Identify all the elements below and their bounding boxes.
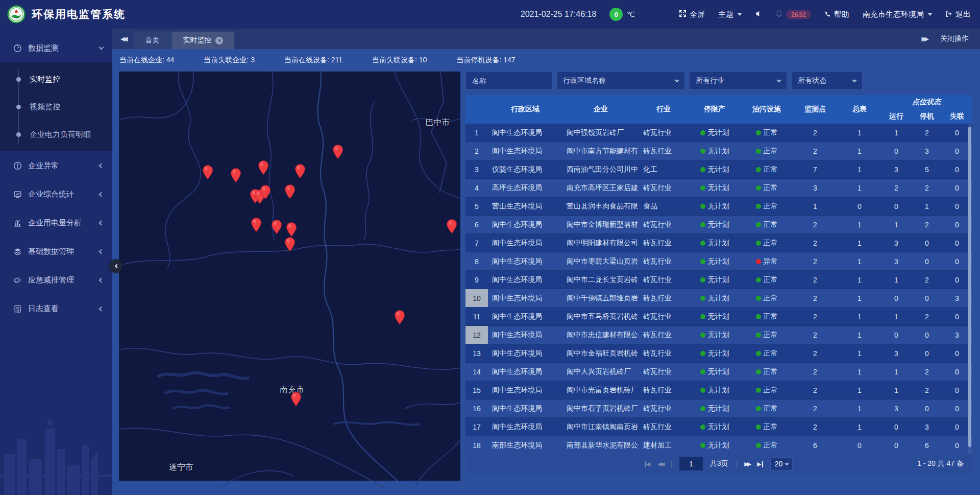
tab-首页[interactable]: 首页 (134, 32, 170, 49)
table-row[interactable]: 3仪陇生态环境局西南油气田分公司川中化工无计划正常71350 (465, 160, 972, 179)
cell-company: 阆中市江南镇阆南页岩 (562, 418, 639, 436)
map-pin[interactable] (260, 185, 271, 202)
table-row[interactable]: 7阆中生态环境局阆中明阳建材有限公司砖瓦行业无计划正常21300 (465, 234, 972, 252)
cell-stop: 0 (912, 344, 942, 362)
map-pin[interactable] (332, 145, 344, 161)
table-row[interactable]: 8阆中生态环境局阆中市枣碧大梁山页岩砖瓦行业无计划异常21300 (465, 252, 972, 271)
user-menu[interactable]: 南充市生态环境局 (863, 10, 932, 19)
pagination-first-button[interactable]: ◀ (645, 461, 650, 467)
tabs-scroll-left-button[interactable]: ◀◀ (112, 29, 134, 49)
cell-stop: 0 (912, 234, 942, 252)
pagination-last-button[interactable]: ▶ (757, 461, 763, 467)
sidebar-item-基础数据管理[interactable]: 基础数据管理 (0, 237, 112, 266)
map-pin[interactable] (284, 184, 296, 201)
status-dot-icon (756, 130, 761, 135)
fullscreen-button[interactable]: 全屏 (679, 10, 705, 19)
map-pin[interactable] (271, 219, 282, 236)
cell-meters: 1 (838, 124, 881, 142)
notification-count-badge: 2632 (786, 10, 811, 19)
cell-points: 2 (792, 418, 838, 436)
log-icon (13, 304, 22, 313)
map-panel[interactable]: 巴中市南充市遂宁市 (119, 72, 460, 481)
page-number-input[interactable]: 1 (679, 457, 703, 470)
logout-button[interactable]: 退出 (945, 10, 971, 19)
table-row[interactable]: 16阆中生态环境局阆中市石子页岩机砖厂砖瓦行业无计划正常21300 (465, 399, 972, 418)
stats-icon (13, 190, 22, 199)
page-size-select[interactable]: 20 (770, 457, 793, 470)
map-pin[interactable] (290, 391, 302, 408)
sidebar-item-应急减排管理[interactable]: 应急减排管理 (0, 266, 112, 294)
cell-index: 2 (465, 142, 488, 160)
sidebar-subitem-实时监控[interactable]: 实时监控 (0, 65, 112, 93)
region-filter-select[interactable]: 行政区域名称 (556, 72, 685, 90)
table-row[interactable]: 12阆中生态环境局阆中市忠信建材有限公砖瓦行业无计划正常21003 (465, 326, 972, 344)
table-row[interactable]: 6阆中生态环境局阆中市金博瑞新型墙材砖瓦行业无计划正常21120 (465, 216, 972, 234)
company-list-panel: 行政区域名称 所有行业 所有状态 行政区域 企业 行业 停限产 治污设施 监测点… (465, 72, 972, 481)
sidebar-item-企业异常[interactable]: 企业异常 (0, 151, 112, 180)
cell-index: 5 (465, 197, 488, 215)
cell-facility: 正常 (741, 326, 792, 344)
map-pin[interactable] (394, 310, 405, 327)
sidebar-item-企业综合统计[interactable]: 企业综合统计 (0, 180, 112, 208)
cell-run: 0 (881, 326, 912, 344)
sidebar-item-数据监测[interactable]: 数据监测 (0, 34, 112, 62)
cell-stop: 2 (912, 271, 942, 289)
sidebar-subitem-视频监控[interactable]: 视频监控 (0, 93, 112, 121)
map-pin[interactable] (295, 163, 306, 180)
status-dot-icon (756, 185, 761, 191)
table-row[interactable]: 5营山生态环境局营山县润丰肉食品有限食品无计划正常10010 (465, 197, 972, 216)
cell-points: 2 (792, 399, 838, 417)
sidebar-subitem-企业电力负荷明细[interactable]: 企业电力负荷明细 (0, 121, 112, 148)
map-pin[interactable] (202, 165, 213, 182)
chevron-down-icon (675, 78, 679, 82)
table-row[interactable]: 13阆中生态环境局阆中市金福旺页岩机砖砖瓦行业无计划正常21300 (465, 344, 972, 363)
table-row[interactable]: 17阆中生态环境局阆中市江南镇阆南页岩砖瓦行业无计划正常21030 (465, 418, 972, 436)
sound-toggle-button[interactable] (755, 10, 762, 19)
map-pin[interactable] (251, 217, 262, 234)
status-filter-select[interactable]: 所有状态 (791, 72, 863, 90)
notifications-button[interactable]: 2632 (775, 10, 811, 19)
map-pin[interactable] (258, 160, 269, 177)
cell-facility: 正常 (741, 216, 792, 233)
industry-filter-select[interactable]: 所有行业 (689, 72, 787, 90)
sidebar-item-企业用电量分析[interactable]: 企业用电量分析 (0, 208, 112, 237)
close-operations-button[interactable]: 关闭操作 (940, 34, 969, 43)
table-row[interactable]: 1阆中生态环境局阆中强锐页岩砖厂砖瓦行业无计划正常21120 (465, 124, 972, 142)
name-filter-input[interactable] (465, 72, 552, 90)
cell-index: 17 (465, 418, 488, 436)
pagination-prev-button[interactable]: ◀◀ (657, 461, 663, 467)
table-row[interactable]: 15阆中生态环境局阆中市光富页岩机砖厂砖瓦行业无计划正常21120 (465, 381, 972, 399)
help-button[interactable]: 帮助 (824, 10, 849, 19)
table-row[interactable]: 2阆中生态环境局阆中市南方节能建材有砖瓦行业无计划正常21030 (465, 142, 972, 160)
map-pin[interactable] (284, 237, 296, 254)
cell-company: 阆中市五马桥页岩机砖 (562, 308, 639, 325)
cell-limit: 无计划 (688, 197, 741, 215)
sidebar-item-label: 基础数据管理 (28, 247, 100, 256)
sidebar-item-日志查看[interactable]: 日志查看 (0, 294, 112, 323)
status-text: 无计划 (708, 128, 729, 137)
status-text: 无计划 (708, 349, 729, 358)
status-text: 正常 (764, 312, 778, 321)
status-dot-icon (700, 259, 705, 264)
cell-company: 南充市高坪区王家店建 (562, 179, 639, 197)
table-row[interactable]: 14阆中生态环境局阆中大兴页岩机砖厂砖瓦行业无计划正常21120 (465, 363, 972, 381)
status-dot-icon (756, 314, 761, 319)
tab-close-icon[interactable]: × (215, 37, 223, 44)
table-row[interactable]: 11阆中生态环境局阆中市五马桥页岩机砖砖瓦行业无计划正常21120 (465, 308, 972, 326)
status-dot-icon (756, 388, 761, 393)
tabs-scroll-right-button[interactable]: ▶▶ (922, 35, 927, 42)
table-row[interactable]: 9阆中生态环境局阆中市二龙长宝页岩砖砖瓦行业无计划正常21120 (465, 271, 972, 289)
cell-stop: 2 (912, 308, 942, 325)
table-row[interactable]: 4高坪生态环境局南充市高坪区王家店建砖瓦行业无计划正常31220 (465, 179, 972, 197)
scrollbar-thumb[interactable] (968, 127, 971, 447)
map-pin[interactable] (230, 168, 241, 185)
status-dot-icon (700, 167, 705, 172)
map-pin[interactable] (446, 219, 457, 235)
tab-实时监控[interactable]: 实时监控× (172, 32, 234, 49)
pagination-next-button[interactable]: ▶▶ (744, 461, 750, 467)
cell-index: 4 (465, 179, 488, 197)
table-row[interactable]: 18南部生态环境局南部县新华水泥有限公建材加工无计划正常60060 (465, 436, 972, 454)
theme-dropdown[interactable]: 主题 (718, 10, 742, 19)
table-row[interactable]: 10阆中生态环境局阆中千佛镇五郎垭页岩砖瓦行业无计划正常21003 (465, 289, 972, 308)
cell-limit: 无计划 (688, 308, 741, 325)
